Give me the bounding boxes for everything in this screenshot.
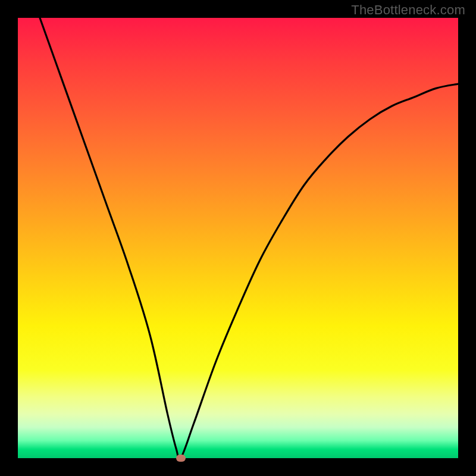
watermark-text: TheBottleneck.com (351, 2, 465, 18)
curve-path (40, 18, 458, 458)
chart-stage: TheBottleneck.com (0, 0, 476, 476)
chart-curve (18, 18, 458, 458)
chart-plot-area (18, 18, 458, 458)
bottleneck-marker (176, 455, 186, 462)
